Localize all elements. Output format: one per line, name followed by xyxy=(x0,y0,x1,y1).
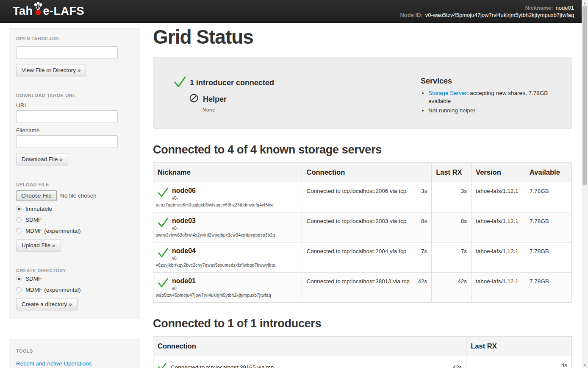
check-icon xyxy=(158,247,172,261)
view-file-button[interactable]: View File or Directory » xyxy=(16,64,86,76)
recent-operations-link[interactable]: Recent and Active Operations xyxy=(16,360,92,367)
no-helper-icon xyxy=(189,93,203,105)
col-connection: Connection xyxy=(302,163,432,182)
open-uri-label: OPEN TAHOE-URI: xyxy=(16,36,133,41)
node-id-label: Node ID: xyxy=(400,11,422,19)
logo-text-post: e-LAFS xyxy=(43,5,85,18)
check-icon xyxy=(158,187,172,201)
dir-radio-sdmf[interactable]: SDMF xyxy=(16,276,133,282)
upload-file-label: UPLOAD FILE xyxy=(16,182,133,187)
check-icon xyxy=(158,277,172,291)
available-value: 7.78GB xyxy=(525,212,572,243)
radio-button-icon[interactable] xyxy=(16,276,22,282)
node-info: Nickname: node01 Node ID: v0-wao5tzv45pm… xyxy=(400,4,574,19)
dir-radio-mdmf[interactable]: MDMF (experimental) xyxy=(16,287,133,293)
services-panel: Services Storage Server: accepting new s… xyxy=(421,76,561,116)
sidebar-tools: TOOLS Recent and Active Operations xyxy=(9,339,140,368)
main-content: Grid Status 1 introducer connected Helpe… xyxy=(153,23,572,368)
filename-field-label: Filename xyxy=(16,127,133,134)
storage-servers-table: Nickname Connection Last RX Version Avai… xyxy=(153,162,572,303)
server-id-prefix: v0- xyxy=(172,286,196,291)
last-rx-value: 7s xyxy=(432,243,472,273)
nickname-value: node01 xyxy=(556,4,574,11)
server-id-prefix: v0- xyxy=(172,196,196,201)
tools-label: TOOLS xyxy=(16,348,133,354)
connection-status: 1 introducer connected Helper None xyxy=(174,76,421,116)
server-id: v6zuyjkbrrkqy2bvc2cny7qwax5sxumedsxfzfjw… xyxy=(156,262,299,268)
col-version: Version xyxy=(472,163,525,182)
table-row: Connected to tcp:localhost:39165 via tcp… xyxy=(153,356,572,368)
connection-age: 7s xyxy=(421,248,427,254)
server-id-prefix: v0- xyxy=(172,256,196,261)
available-value: 7.78GB xyxy=(525,273,572,303)
create-directory-section: CREATE DIRECTORY SDMF MDMF (experimental… xyxy=(16,260,133,319)
server-nickname: node04 xyxy=(172,247,196,255)
server-id-prefix: v0- xyxy=(172,226,196,231)
radio-button-icon[interactable] xyxy=(16,287,22,293)
available-value: 7.78GB xyxy=(525,243,572,273)
scroll-down-arrow-icon[interactable]: ▼ xyxy=(582,362,588,368)
scrollbar-thumb[interactable] xyxy=(582,6,587,185)
col-last-rx: Last RX xyxy=(466,337,572,356)
node-id-value: v0-wao5tzv45pmoju47jow7rvl4ukirjm5ytbh2k… xyxy=(425,11,574,19)
open-uri-input[interactable] xyxy=(16,46,118,59)
introducers-table: Connection Last RX Connected to tcp:loca… xyxy=(153,336,572,368)
last-rx-value: 3s xyxy=(432,182,472,212)
connection-text: Connected to tcp:localhost:39165 via tcp xyxy=(171,364,448,368)
service-item-storage: Storage Server: accepting new shares, 7.… xyxy=(428,89,561,105)
storage-servers-heading: Connected to 4 of 4 known storage server… xyxy=(153,143,572,156)
radio-button-icon[interactable] xyxy=(16,228,22,234)
choose-file-button[interactable]: Choose File xyxy=(16,190,57,201)
sidebar-controls: OPEN TAHOE-URI: View File or Directory »… xyxy=(9,28,140,319)
server-id: swny2viyw63ofxwi4x2yykd2woqjbpx3cw34xtri… xyxy=(156,232,299,238)
upload-file-section: UPLOAD FILE Choose File No file chosen I… xyxy=(16,174,133,260)
table-row: node06 v0- acaz7qptmeo6m3asjlgkb6iwlyuqe… xyxy=(153,182,572,212)
version-value: tahoe-lafs/1.12.1 xyxy=(472,243,525,273)
check-icon xyxy=(158,362,171,368)
version-value: tahoe-lafs/1.12.1 xyxy=(472,182,525,212)
col-nickname: Nickname xyxy=(153,163,302,182)
logo-text-pre: Tah xyxy=(13,5,33,18)
table-row: node04 v0- v6zuyjkbrrkqy2bvc2cny7qwax5sx… xyxy=(153,243,572,273)
col-connection: Connection xyxy=(153,337,466,356)
introducers-heading: Connected to 1 of 1 introducers xyxy=(153,317,572,330)
upload-radio-sdmf[interactable]: SDMF xyxy=(16,217,133,223)
radio-button-icon[interactable] xyxy=(16,206,22,212)
services-title: Services xyxy=(421,77,561,86)
table-row: node03 v0- swny2viyw63ofxwi4x2yykd2woqjb… xyxy=(153,212,572,243)
download-file-button[interactable]: Download File » xyxy=(16,153,68,165)
connection-text: Connected to tcp:localhost:2004 via tcp xyxy=(306,248,406,254)
open-uri-section: OPEN TAHOE-URI: View File or Directory » xyxy=(16,28,133,85)
table-header-row: Nickname Connection Last RX Version Avai… xyxy=(153,163,572,182)
last-rx-value: 42s xyxy=(432,273,472,303)
table-header-row: Connection Last RX xyxy=(153,337,572,356)
server-id: acaz7qptmeo6m3asjlgkb6iwlyuqey53hz26tbdm… xyxy=(156,202,299,208)
service-item-helper: Not running helper xyxy=(428,106,561,114)
upload-radio-immutable[interactable]: Immutable xyxy=(16,206,133,212)
last-rx-value: 8s xyxy=(432,212,472,243)
create-directory-button[interactable]: Create a directory » xyxy=(16,298,78,310)
upload-radio-mdmf[interactable]: MDMF (experimental) xyxy=(16,228,133,234)
check-icon xyxy=(174,76,190,90)
download-uri-input[interactable] xyxy=(16,110,118,123)
radio-button-icon[interactable] xyxy=(16,217,22,223)
vertical-scrollbar[interactable]: ▲ ▼ xyxy=(582,0,588,368)
scroll-up-arrow-icon[interactable]: ▲ xyxy=(582,0,588,6)
download-filename-input[interactable] xyxy=(16,135,118,148)
server-nickname: node01 xyxy=(172,277,196,285)
helper-value: None xyxy=(202,107,421,112)
file-chosen-status: No file chosen xyxy=(60,192,97,199)
upload-file-button[interactable]: Upload File » xyxy=(16,239,61,251)
table-row: node01 v0- wao5tzv45pmoju47jow7rvl4ukirj… xyxy=(153,273,572,303)
storage-server-link[interactable]: Storage Server xyxy=(428,90,467,96)
last-rx-value: 4s xyxy=(466,356,572,368)
uri-field-label: URI xyxy=(16,102,133,109)
available-value: 7.78GB xyxy=(525,182,572,212)
check-icon xyxy=(158,217,172,231)
app-header: Tah e-LAFS Nickname: node01 Node ID: v0-… xyxy=(0,0,582,23)
version-value: tahoe-lafs/1.12.1 xyxy=(472,212,525,243)
connection-age: 42s xyxy=(418,278,427,284)
create-directory-label: CREATE DIRECTORY xyxy=(16,268,133,273)
server-nickname: node06 xyxy=(172,187,196,195)
tahoe-lafs-logo: Tah e-LAFS xyxy=(13,1,84,21)
